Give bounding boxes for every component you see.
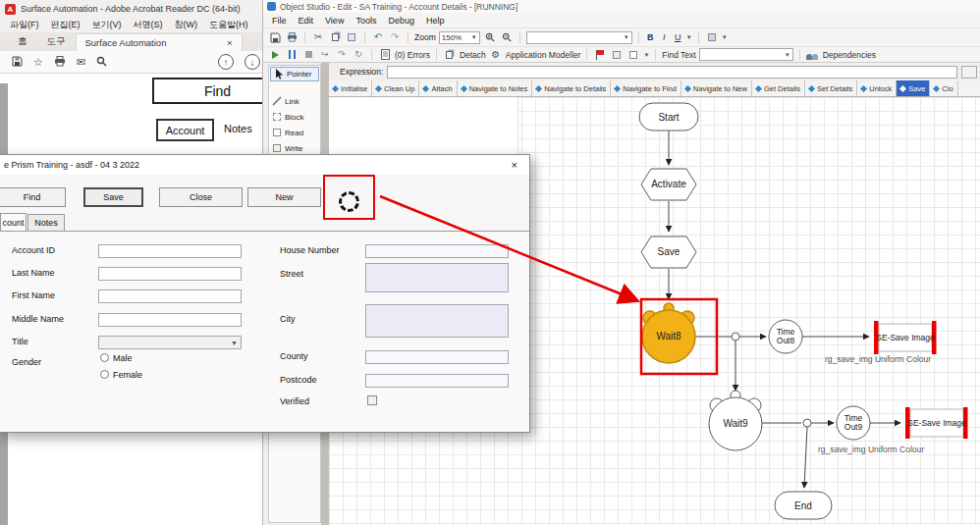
- page-tab-navigate-to-notes[interactable]: Navigate to Notes: [458, 80, 533, 96]
- dialog-titlebar[interactable]: e Prism Training - asdf - 04 3 2022 ×: [0, 155, 529, 175]
- node-wait8[interactable]: Wait8: [642, 303, 695, 363]
- node-se-save-image-1[interactable]: SE-Save Image: [874, 321, 937, 354]
- gear-icon[interactable]: ⚙: [489, 48, 503, 61]
- grid-icon[interactable]: [610, 48, 624, 61]
- menu-edit[interactable]: 편집(E): [45, 19, 86, 31]
- menu-tools[interactable]: Tools: [350, 16, 382, 26]
- menu-sign[interactable]: 서명(S): [128, 19, 169, 31]
- female-radio[interactable]: [100, 370, 109, 379]
- menu-help[interactable]: 도움말(H): [203, 19, 254, 31]
- menu-view[interactable]: View: [319, 16, 350, 26]
- page-tab-initialise[interactable]: Initialise: [329, 80, 372, 96]
- chevron-down-icon[interactable]: ▼: [686, 34, 692, 40]
- tab-home[interactable]: 홈: [8, 32, 37, 51]
- menu-file[interactable]: File: [266, 16, 293, 26]
- tab-notes[interactable]: Notes: [27, 214, 65, 231]
- print-icon[interactable]: [54, 56, 66, 69]
- save-button[interactable]: Save: [83, 187, 143, 207]
- paste-icon[interactable]: [345, 31, 358, 44]
- account-id-input[interactable]: [98, 244, 242, 258]
- page-down-button[interactable]: ↓: [245, 54, 260, 70]
- step-over-button[interactable]: ↷: [335, 48, 349, 61]
- chevron-down-icon[interactable]: ▼: [722, 34, 728, 40]
- menu-debug[interactable]: Debug: [382, 16, 420, 26]
- find-button[interactable]: Find: [0, 187, 66, 207]
- breakpoint-flag-icon[interactable]: [593, 48, 607, 61]
- tool-pointer[interactable]: Pointer: [270, 67, 319, 81]
- close-icon[interactable]: ×: [508, 159, 521, 171]
- page-tab-set-details[interactable]: Set Details: [805, 80, 857, 96]
- detach-button[interactable]: Detach: [460, 50, 486, 60]
- menu-file[interactable]: 파일(F): [4, 19, 45, 31]
- detach-icon[interactable]: [443, 48, 457, 61]
- node-se-save-image-2[interactable]: SE-Save Image: [905, 407, 968, 439]
- first-name-input[interactable]: [98, 289, 242, 303]
- last-name-input[interactable]: [98, 267, 242, 281]
- print-icon[interactable]: [285, 31, 299, 44]
- tool-block[interactable]: Block: [269, 109, 320, 125]
- zoom-out-icon[interactable]: [500, 31, 514, 44]
- pdf-notes-button[interactable]: Notes: [224, 123, 252, 134]
- verified-checkbox[interactable]: [367, 395, 377, 405]
- bold-button[interactable]: B: [645, 32, 656, 42]
- house-number-input[interactable]: [365, 244, 509, 258]
- pdf-account-button[interactable]: Account: [156, 119, 214, 141]
- new-button[interactable]: New: [247, 187, 321, 207]
- step-in-button[interactable]: ↪: [318, 48, 332, 61]
- snapshot-icon[interactable]: [626, 48, 640, 61]
- node-activate[interactable]: Activate: [641, 169, 696, 200]
- zoom-in-icon[interactable]: [483, 31, 497, 44]
- zoom-combo[interactable]: 150%▼: [439, 31, 480, 44]
- star-icon[interactable]: ☆: [33, 57, 43, 68]
- tool-link[interactable]: Link: [269, 93, 320, 109]
- save-icon[interactable]: [12, 56, 23, 69]
- tab-account[interactable]: count: [0, 213, 27, 231]
- chevron-down-icon[interactable]: ▼: [643, 52, 649, 58]
- page-tab-save[interactable]: Save: [897, 80, 930, 96]
- find-text-combo[interactable]: ▼: [699, 48, 793, 61]
- close-tab-icon[interactable]: ×: [227, 37, 233, 48]
- stop-button[interactable]: [301, 48, 315, 61]
- save-icon[interactable]: [268, 31, 282, 44]
- county-input[interactable]: [365, 350, 509, 364]
- undo-icon[interactable]: ↶: [371, 31, 385, 44]
- errors-icon[interactable]: [378, 48, 392, 61]
- page-tab-navigate-to-find[interactable]: Navigate to Find: [611, 80, 681, 96]
- node-timeout9[interactable]: Time Out9: [837, 406, 870, 440]
- copy-icon[interactable]: [328, 31, 342, 44]
- step-out-button[interactable]: ↻: [352, 48, 365, 61]
- errors-button[interactable]: (0) Errors: [395, 50, 430, 60]
- search-icon[interactable]: [96, 56, 107, 69]
- menu-help[interactable]: Help: [420, 16, 451, 26]
- tab-document[interactable]: Surface Automation ×: [76, 33, 243, 51]
- connector-dot[interactable]: [803, 419, 811, 427]
- node-timeout8[interactable]: Time Out8: [769, 320, 802, 353]
- connector-dot[interactable]: [732, 333, 739, 341]
- expression-input[interactable]: [387, 66, 957, 79]
- link-down-end[interactable]: [804, 427, 807, 488]
- email-icon[interactable]: ✉: [77, 57, 85, 68]
- application-modeller-button[interactable]: Application Modeller: [506, 50, 581, 60]
- page-tab-navigate-to-details[interactable]: Navigate to Details: [532, 80, 611, 96]
- male-radio[interactable]: [100, 353, 109, 362]
- redo-icon[interactable]: ↷: [388, 31, 402, 44]
- close-button[interactable]: Close: [159, 187, 243, 207]
- tool-read[interactable]: Read: [269, 125, 320, 140]
- page-tab-close-cropped[interactable]: Clo: [930, 80, 957, 96]
- play-button[interactable]: [268, 48, 282, 61]
- middle-name-input[interactable]: [98, 313, 242, 327]
- tab-tools[interactable]: 도구: [37, 32, 76, 51]
- pause-button[interactable]: [285, 48, 299, 61]
- expression-validate-button[interactable]: [961, 66, 977, 79]
- font-combo[interactable]: ▼: [526, 31, 632, 44]
- studio-titlebar[interactable]: Object Studio - Edit - SA Training - Acc…: [263, 0, 980, 13]
- menu-edit[interactable]: Edit: [293, 16, 320, 26]
- page-up-button[interactable]: ↑: [218, 54, 234, 70]
- postcode-input[interactable]: [365, 374, 509, 388]
- page-tab-clean-up[interactable]: Clean Up: [372, 80, 419, 96]
- page-tab-get-details[interactable]: Get Details: [752, 80, 805, 96]
- title-select[interactable]: ▼: [98, 336, 242, 349]
- city-input[interactable]: [365, 304, 509, 338]
- color-swatch-icon[interactable]: [705, 31, 719, 44]
- page-tab-unlock[interactable]: Unlock: [857, 80, 897, 96]
